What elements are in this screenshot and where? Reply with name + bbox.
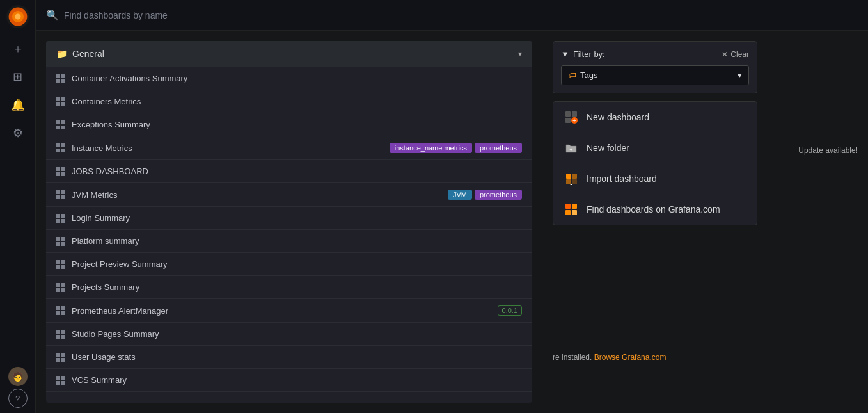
search-icon: 🔍 [46, 9, 59, 21]
main-area: 🔍 📁 General ▾ Container Activations Summ… [36, 0, 868, 413]
svg-rect-17 [572, 204, 577, 209]
svg-rect-6 [565, 118, 571, 123]
dashboard-item-name: Instance Metrics [72, 143, 132, 153]
svg-rect-4 [565, 111, 571, 117]
dashboard-grid-icon [56, 143, 65, 152]
dashboard-item-left: Prometheus AlertManager [56, 306, 168, 316]
action-find-grafana[interactable]: Find dashboards on Grafana.com [553, 194, 757, 225]
sidebar-item-add[interactable]: ＋ [5, 36, 31, 61]
dashboard-item-name: Prometheus AlertManager [72, 306, 168, 316]
dashboard-item-name: Studio Pages Summary [72, 329, 159, 339]
dashboard-item[interactable]: Container Activations Summary [46, 67, 532, 90]
dashboard-item-name: User Usage stats [72, 352, 136, 362]
action-menu: +New dashboard+New folder▼Import dashboa… [553, 101, 757, 225]
dashboard-item[interactable]: Platform summary [46, 230, 532, 253]
svg-rect-19 [572, 210, 577, 215]
dashboard-item[interactable]: Containers Metrics [46, 90, 532, 113]
dashboard-item[interactable]: JVM MetricsJVMprometheus [46, 183, 532, 207]
clear-label: Clear [730, 50, 749, 59]
dashboard-grid-icon [56, 260, 65, 269]
grid-icon: ⊞ [13, 70, 22, 84]
folder-name: General [72, 49, 104, 59]
action-new-folder[interactable]: +New folder [553, 133, 757, 163]
dashboard-item[interactable]: Exceptions Summary [46, 113, 532, 136]
tags-dropdown[interactable]: 🏷 Tags ▾ [561, 65, 749, 85]
svg-text:+: + [572, 117, 576, 124]
filter-box: ▼ Filter by: ✕ Clear 🏷 Tags ▾ [553, 41, 757, 93]
dashboard-item[interactable]: User Usage stats [46, 346, 532, 369]
dashboard-item-name: Login Summary [72, 213, 130, 223]
new-folder-icon: + [564, 140, 579, 156]
grafana-logo[interactable] [6, 5, 29, 28]
tags-select-left: 🏷 Tags [568, 70, 597, 80]
dashboard-grid-icon [56, 376, 65, 385]
action-new-dashboard[interactable]: +New dashboard [553, 102, 757, 133]
new-dashboard-icon: + [564, 109, 579, 125]
dashboard-tag: prometheus [475, 190, 522, 200]
find-grafana-label: Find dashboards on Grafana.com [587, 204, 720, 215]
dashboard-list-panel: 📁 General ▾ Container Activations Summar… [46, 41, 532, 403]
topbar: 🔍 [36, 0, 868, 31]
bell-icon: 🔔 [11, 98, 25, 112]
sidebar-item-alerts[interactable]: 🔔 [5, 92, 31, 118]
import-dashboard-label: Import dashboard [587, 174, 657, 184]
update-available-badge: Update available! [798, 146, 858, 155]
dashboard-item-tags: instance_name metricsprometheus [390, 143, 522, 153]
dashboard-item-left: Studio Pages Summary [56, 329, 159, 339]
help-button[interactable]: ? [8, 389, 28, 408]
dashboard-item-name: Containers Metrics [72, 97, 141, 106]
dashboard-item-name: Projects Summary [72, 282, 139, 292]
gear-icon: ⚙ [13, 126, 23, 140]
dashboard-item-tags: JVMprometheus [448, 190, 522, 200]
filter-label: ▼ Filter by: [561, 49, 605, 59]
action-import-dashboard[interactable]: ▼Import dashboard [553, 163, 757, 194]
new-folder-label: New folder [587, 143, 629, 153]
dashboard-item-name: Platform summary [72, 236, 139, 246]
svg-rect-18 [565, 210, 571, 215]
dashboard-item-name: JOBS DASHBOARD [72, 166, 148, 176]
dashboard-item-left: Platform summary [56, 236, 139, 246]
browse-grafana-link[interactable]: Browse Grafana.com [594, 353, 667, 362]
svg-rect-5 [572, 111, 577, 117]
sidebar-item-dashboards[interactable]: ⊞ [5, 64, 31, 90]
dashboard-item[interactable]: JOBS DASHBOARD [46, 160, 532, 183]
dashboard-item[interactable]: Prometheus AlertManager0.0.1 [46, 299, 532, 323]
dashboard-item-left: VCS Summary [56, 375, 127, 385]
dashboard-item[interactable]: Projects Summary [46, 276, 532, 299]
dashboard-item-name: Exceptions Summary [72, 120, 150, 129]
user-avatar[interactable]: 🧑 [8, 367, 28, 386]
dashboard-item-left: Containers Metrics [56, 97, 141, 106]
dashboard-items-container: Container Activations SummaryContainers … [46, 67, 532, 392]
svg-text:+: + [569, 147, 572, 153]
svg-rect-11 [566, 174, 571, 179]
folder-header[interactable]: 📁 General ▾ [46, 41, 532, 67]
search-input[interactable] [64, 10, 256, 20]
dashboard-item[interactable]: Project Preview Summary [46, 253, 532, 276]
dashboard-item[interactable]: Instance Metricsinstance_name metricspro… [46, 136, 532, 160]
sidebar-item-settings[interactable]: ⚙ [5, 120, 31, 146]
dashboard-item-left: User Usage stats [56, 352, 136, 362]
browse-prefix: re installed. [553, 353, 594, 362]
dashboard-tag: JVM [448, 190, 472, 200]
svg-point-3 [15, 14, 20, 20]
dashboard-grid-icon [56, 306, 65, 315]
browse-grafana-text: re installed. Browse Grafana.com [553, 353, 666, 362]
folder-chevron-icon: ▾ [518, 49, 522, 58]
plus-icon: ＋ [12, 41, 24, 56]
import-dashboard-icon: ▼ [564, 171, 579, 186]
tag-icon: 🏷 [568, 70, 576, 80]
filter-by-text: Filter by: [573, 49, 605, 59]
clear-button[interactable]: ✕ Clear [722, 50, 749, 59]
filter-header: ▼ Filter by: ✕ Clear [561, 49, 749, 59]
help-icon: ? [15, 394, 20, 403]
svg-rect-12 [572, 174, 577, 179]
dashboard-item-left: Container Activations Summary [56, 74, 187, 83]
dashboard-grid-icon [56, 74, 65, 83]
dashboard-item[interactable]: Login Summary [46, 207, 532, 230]
dashboard-item-left: Project Preview Summary [56, 259, 168, 269]
dashboard-item[interactable]: Studio Pages Summary [46, 323, 532, 346]
dashboard-grid-icon [56, 167, 65, 176]
sidebar: ＋ ⊞ 🔔 ⚙ 🧑 ? [0, 0, 36, 413]
clear-x-icon: ✕ [722, 50, 728, 59]
dashboard-item[interactable]: VCS Summary [46, 369, 532, 392]
